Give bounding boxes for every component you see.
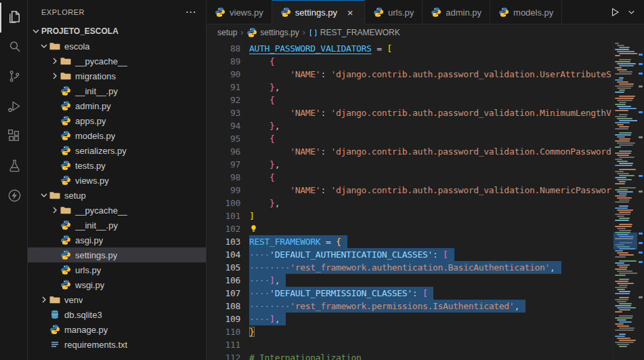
tree-root-folder[interactable]: PROJETO_ESCOLA: [28, 24, 206, 39]
tab-admin.py[interactable]: admin.py: [423, 0, 490, 24]
run-dropdown-button[interactable]: [624, 5, 639, 20]
code-line[interactable]: 107····'DEFAULT_PERMISSION_CLASSES': [: [207, 287, 613, 300]
minimap-line: [619, 108, 637, 109]
overview-ruler[interactable]: [637, 41, 644, 360]
minimap-line: [617, 81, 628, 83]
minimap-line: [619, 193, 627, 195]
tree-item-urls.py[interactable]: urls.py: [28, 262, 206, 277]
tree-item-setup[interactable]: setup: [28, 188, 206, 203]
tree-item-asgi.py[interactable]: asgi.py: [28, 233, 206, 247]
breadcrumb-setup[interactable]: setup: [217, 28, 237, 37]
tree-item-manage.py[interactable]: manage.py: [28, 322, 206, 337]
code-line[interactable]: 94 },: [207, 119, 613, 132]
code-line[interactable]: 92 {: [207, 94, 613, 106]
code-token: ,: [275, 275, 280, 285]
chevron-spacer: [49, 115, 60, 126]
more-actions-icon[interactable]: ⋯: [186, 5, 197, 18]
code-token: 'django.contrib.auth.password_validation…: [330, 185, 611, 195]
code-line[interactable]: 95 {: [207, 132, 613, 145]
minimap-line: [617, 197, 632, 199]
tree-item-__pycache__[interactable]: __pycache__: [28, 203, 206, 218]
tab-settings.py[interactable]: settings.py×: [272, 0, 365, 24]
chevron-spacer: [49, 145, 60, 156]
tree-item-migrations[interactable]: migrations: [28, 68, 206, 83]
minimap-line: [614, 75, 637, 77]
code-line[interactable]: 90 'NAME': 'django.contrib.auth.password…: [207, 68, 613, 81]
code-line[interactable]: 91 },: [207, 81, 613, 94]
code-token: [249, 198, 270, 208]
tree-item-db.sqlite3[interactable]: db.sqlite3: [28, 307, 206, 322]
activity-explorer-button[interactable]: [0, 3, 27, 33]
breadcrumb-settings.py[interactable]: settings.py: [246, 27, 299, 38]
code-line[interactable]: 103REST_FRAMEWORK = {: [207, 235, 613, 248]
code-line[interactable]: 109····],: [207, 313, 613, 325]
minimap-line: [619, 340, 636, 341]
tree-item-serializers.py[interactable]: serializers.py: [28, 143, 206, 158]
code-line[interactable]: 97 },: [207, 158, 613, 171]
code-line[interactable]: 101]: [207, 209, 613, 222]
folder-icon: [60, 56, 71, 66]
activity-run-debug-button[interactable]: [0, 92, 27, 122]
run-python-file-button[interactable]: [607, 5, 622, 20]
line-number: 95: [207, 132, 240, 145]
code-token: ,: [275, 198, 280, 208]
lightbulb-icon[interactable]: [249, 224, 258, 233]
minimap-line: [614, 222, 637, 223]
minimap[interactable]: [613, 41, 637, 360]
code-area[interactable]: 88AUTH_PASSWORD_VALIDATORS = [89 {90 'NA…: [207, 41, 613, 360]
tab-views.py[interactable]: views.py: [207, 0, 272, 24]
file-label: escola: [64, 41, 90, 52]
breadcrumb-REST_FRAMEWORK[interactable]: REST_FRAMEWORK: [309, 28, 400, 37]
code-line[interactable]: 88AUTH_PASSWORD_VALIDATORS = [: [207, 42, 613, 55]
code-line[interactable]: 104····'DEFAULT_AUTHENTICATION_CLASSES':…: [207, 248, 613, 261]
python-icon: [60, 220, 71, 231]
code-line[interactable]: 98 {: [207, 171, 613, 184]
code-line[interactable]: 112# Internationalization: [207, 351, 613, 360]
code-line[interactable]: 100 },: [207, 197, 613, 209]
tree-item-models.py[interactable]: models.py: [28, 128, 206, 143]
code-line[interactable]: 93 'NAME': 'django.contrib.auth.password…: [207, 106, 613, 119]
code-line[interactable]: 102: [207, 222, 613, 235]
tab-urls.py[interactable]: urls.py: [365, 0, 423, 24]
code-line[interactable]: 108········'rest_framework.permissions.I…: [207, 300, 613, 313]
tree-item-views.py[interactable]: views.py: [28, 173, 206, 188]
code-line[interactable]: 106····],: [207, 274, 613, 287]
tree-item-__init__.py[interactable]: __init__.py: [28, 83, 206, 98]
minimap-selection-highlight: [614, 233, 637, 250]
minimap-line: [617, 51, 635, 52]
code-token: 'rest_framework.permissions.IsAuthentica…: [290, 301, 514, 311]
code-token: {: [270, 172, 275, 182]
minimap-line: [615, 299, 628, 300]
tree-item-settings.py[interactable]: settings.py: [28, 247, 206, 262]
tree-item-admin.py[interactable]: admin.py: [28, 98, 206, 113]
chevron-spacer: [49, 264, 60, 275]
code-line[interactable]: 111: [207, 338, 613, 351]
code-line[interactable]: 96 'NAME': 'django.contrib.auth.password…: [207, 145, 613, 158]
code-line[interactable]: 89 {: [207, 55, 613, 68]
minimap-line: [615, 171, 624, 172]
line-content: ········'rest_framework.permissions.IsAu…: [249, 300, 525, 313]
close-icon[interactable]: ×: [344, 7, 356, 18]
tree-item-__pycache__[interactable]: __pycache__: [28, 54, 206, 68]
code-token: :: [320, 108, 330, 118]
code-line[interactable]: 105········'rest_framework.authenticatio…: [207, 261, 613, 274]
code-line[interactable]: 99 'NAME': 'django.contrib.auth.password…: [207, 184, 613, 197]
code-token: }: [270, 82, 275, 92]
activity-thunder-client-button[interactable]: [0, 182, 27, 212]
tree-item-apps.py[interactable]: apps.py: [28, 113, 206, 128]
tree-item-venv[interactable]: venv: [28, 292, 206, 307]
tab-models.py[interactable]: models.py: [490, 0, 562, 24]
code-line[interactable]: 110}: [207, 325, 613, 338]
minimap-line: [615, 116, 627, 117]
minimap-line: [617, 338, 630, 339]
activity-testing-button[interactable]: [0, 152, 27, 182]
activity-source-control-button[interactable]: [0, 62, 27, 92]
tree-item-requirements.txt[interactable]: requirements.txt: [28, 337, 206, 352]
tree-item-escola[interactable]: escola: [28, 39, 206, 54]
code-token: ]: [270, 275, 275, 285]
tree-item-wsgi.py[interactable]: wsgi.py: [28, 277, 206, 292]
tree-item-__init__.py[interactable]: __init__.py: [28, 218, 206, 233]
activity-search-button[interactable]: [0, 33, 27, 62]
tree-item-tests.py[interactable]: tests.py: [28, 158, 206, 173]
activity-extensions-button[interactable]: [0, 122, 27, 152]
